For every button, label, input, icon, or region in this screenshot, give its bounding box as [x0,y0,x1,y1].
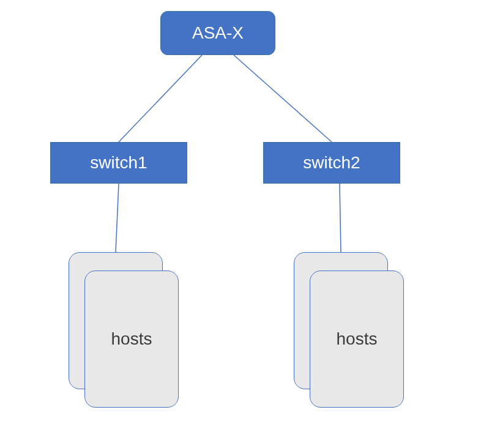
svg-line-1 [234,55,332,142]
hosts-label: hosts [111,329,152,349]
svg-line-0 [119,55,202,142]
hosts-group-1: hosts [69,252,179,406]
switch-label: switch2 [303,153,360,173]
svg-line-2 [116,184,119,252]
top-node-asa: ASA-X [160,11,275,55]
host-card-front: hosts [310,271,404,408]
switch-node-1: switch1 [50,142,187,184]
diagram-canvas: ASA-X switch1 switch2 hosts hosts [0,0,481,448]
host-card-front: hosts [84,271,179,408]
hosts-label: hosts [337,329,378,349]
hosts-group-2: hosts [294,252,404,406]
switch-label: switch1 [90,153,147,173]
switch-node-2: switch2 [263,142,400,184]
svg-line-3 [340,184,341,252]
top-node-label: ASA-X [192,23,244,43]
